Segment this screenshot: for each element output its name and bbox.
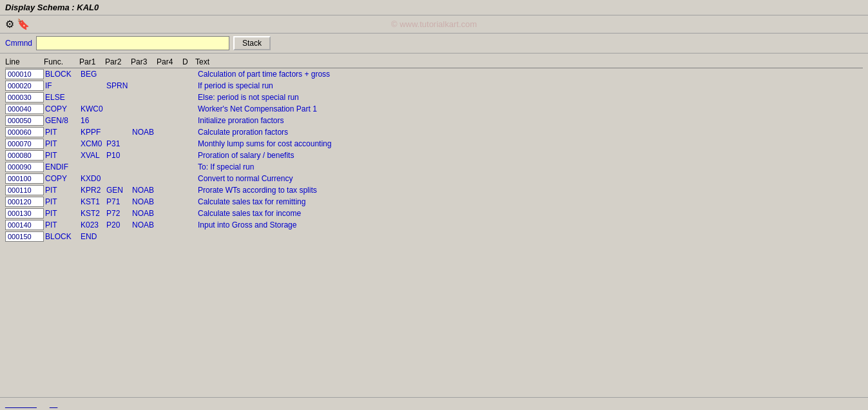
cell-par3: NOAB xyxy=(131,186,157,195)
cell-text: Calculation of part time factors + gross xyxy=(195,70,863,79)
cell-par1: K023 xyxy=(79,220,105,229)
cell-par1: XVAL xyxy=(79,151,105,160)
cell-par1: KXD0 xyxy=(79,174,105,183)
table-row: 000050GEN/816Initialize proration factor… xyxy=(5,115,863,126)
content-area: Line Func. Par1 Par2 Par3 Par4 D Text 00… xyxy=(0,54,868,245)
cell-par2: P72 xyxy=(105,209,131,218)
table-row: 000040COPYKWC0Worker's Net Compensation … xyxy=(5,103,863,115)
col-par4: Par4 xyxy=(157,57,182,66)
title-text: Display Schema : KAL0 xyxy=(5,3,99,12)
cell-text: Calculate sales tax for remitting xyxy=(195,197,863,206)
cell-func: PIT xyxy=(44,139,79,148)
cell-text: Monthly lump sums for cost accounting xyxy=(195,139,863,148)
toolbar: ⚙ 🔖 © www.tutorialkart.com xyxy=(0,15,868,34)
cell-par2: GEN xyxy=(105,186,131,195)
col-par3: Par3 xyxy=(131,57,157,66)
cell-par1: 16 xyxy=(79,116,105,125)
cell-text: Calculate sales tax for income xyxy=(195,209,863,218)
table-row: 000150BLOCKEND xyxy=(5,231,863,242)
cell-line-number: 000150 xyxy=(5,231,44,242)
table-row: 000100COPYKXD0Convert to normal Currency xyxy=(5,173,863,184)
cell-par2: P31 xyxy=(105,139,131,148)
cell-par3: NOAB xyxy=(131,128,157,137)
bottom-item-2: __ xyxy=(50,400,57,408)
cell-par3: NOAB xyxy=(131,220,157,229)
cell-text: If period is special run xyxy=(195,81,863,90)
cell-line-number: 000130 xyxy=(5,208,44,219)
cell-par1: KPR2 xyxy=(79,186,105,195)
cell-line-number: 000070 xyxy=(5,139,44,149)
cell-func: IF xyxy=(44,81,79,90)
settings-icon[interactable]: ⚙ xyxy=(5,18,14,30)
cell-func: PIT xyxy=(44,209,79,218)
command-input[interactable] xyxy=(36,36,229,50)
table-row: 000110PITKPR2GENNOABProrate WTs accordin… xyxy=(5,184,863,196)
cell-func: COPY xyxy=(44,174,79,183)
title-bar: Display Schema : KAL0 xyxy=(0,0,868,15)
col-par1: Par1 xyxy=(79,57,105,66)
cell-text: Else: period is not special run xyxy=(195,93,863,102)
command-bar: Cmmnd Stack xyxy=(0,34,868,54)
cell-line-number: 000020 xyxy=(5,81,44,91)
cell-par3: NOAB xyxy=(131,197,157,206)
cell-text: To: If special run xyxy=(195,162,863,171)
col-func: Func. xyxy=(44,57,79,66)
cell-text: Prorate WTs according to tax splits xyxy=(195,186,863,195)
col-d: D xyxy=(182,57,195,66)
col-par2: Par2 xyxy=(105,57,131,66)
cell-line-number: 000140 xyxy=(5,220,44,230)
table-header: Line Func. Par1 Par2 Par3 Par4 D Text xyxy=(5,56,863,68)
cell-par1: END xyxy=(79,232,105,241)
cell-line-number: 000110 xyxy=(5,185,44,195)
cell-par2: SPRN xyxy=(105,81,131,90)
cell-line-number: 000090 xyxy=(5,162,44,172)
cell-line-number: 000080 xyxy=(5,150,44,161)
cell-par2: P10 xyxy=(105,151,131,160)
cell-text: Calculate proration factors xyxy=(195,128,863,137)
cell-func: COPY xyxy=(44,104,79,113)
cell-func: BLOCK xyxy=(44,232,79,241)
bookmark-icon[interactable]: 🔖 xyxy=(17,18,30,30)
table-row: 000060PITKPPFNOABCalculate proration fac… xyxy=(5,126,863,138)
col-line: Line xyxy=(5,57,44,66)
cell-func: PIT xyxy=(44,197,79,206)
cell-par1: KST2 xyxy=(79,209,105,218)
bottom-item-1: ________ xyxy=(5,400,37,408)
bottom-bar: ________ __ xyxy=(0,397,868,410)
cell-line-number: 000060 xyxy=(5,127,44,137)
cell-par2: P20 xyxy=(105,220,131,229)
table-row: 000120PITKST1P71NOABCalculate sales tax … xyxy=(5,196,863,208)
cell-line-number: 000120 xyxy=(5,197,44,207)
table-row: 000130PITKST2P72NOABCalculate sales tax … xyxy=(5,208,863,219)
cell-par1: BEG xyxy=(79,70,105,79)
cell-func: ELSE xyxy=(44,93,79,102)
watermark: © www.tutorialkart.com xyxy=(391,19,477,29)
cell-func: PIT xyxy=(44,186,79,195)
cell-line-number: 000040 xyxy=(5,104,44,114)
col-text: Text xyxy=(195,57,863,66)
table-row: 000140PITK023P20NOABInput into Gross and… xyxy=(5,219,863,231)
cell-line-number: 000010 xyxy=(5,69,44,79)
stack-button[interactable]: Stack xyxy=(233,36,271,50)
cell-par1: KST1 xyxy=(79,197,105,206)
table-row: 000030ELSEElse: period is not special ru… xyxy=(5,92,863,103)
cell-text: Convert to normal Currency xyxy=(195,174,863,183)
cell-text: Initialize proration factors xyxy=(195,116,863,125)
cell-par1: KWC0 xyxy=(79,104,105,113)
cell-line-number: 000030 xyxy=(5,92,44,102)
cell-par3: NOAB xyxy=(131,209,157,218)
command-label: Cmmnd xyxy=(5,39,32,48)
cell-line-number: 000100 xyxy=(5,173,44,184)
cell-text: Proration of salary / benefits xyxy=(195,151,863,160)
table-row: 000080PITXVALP10Proration of salary / be… xyxy=(5,150,863,161)
table-row: 000020IFSPRNIf period is special run xyxy=(5,80,863,92)
table-row: 000070PITXCM0P31Monthly lump sums for co… xyxy=(5,138,863,150)
table-row: 000090ENDIFTo: If special run xyxy=(5,161,863,173)
cell-func: PIT xyxy=(44,128,79,137)
cell-func: PIT xyxy=(44,220,79,229)
cell-text: Worker's Net Compensation Part 1 xyxy=(195,104,863,113)
cell-func: ENDIF xyxy=(44,162,79,171)
cell-func: PIT xyxy=(44,151,79,160)
cell-line-number: 000050 xyxy=(5,115,44,126)
table-row: 000010BLOCKBEGCalculation of part time f… xyxy=(5,68,863,80)
